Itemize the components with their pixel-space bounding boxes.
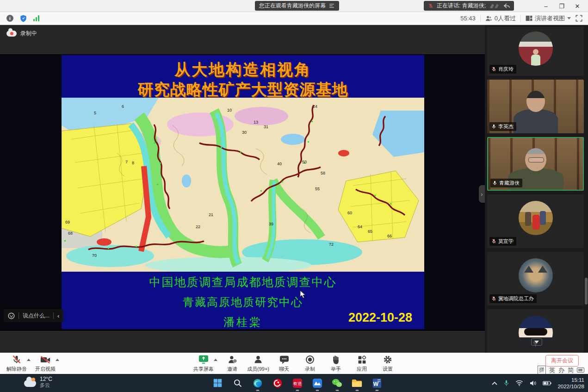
leave-meeting-button[interactable]: 离开会议 [545, 355, 579, 367]
quick-chat-bar[interactable]: 说点什么... ‹ [4, 309, 63, 322]
watching-screen-banner: 您正在观看青藏游侠的屏幕 [255, 1, 339, 11]
svg-text:66: 66 [387, 234, 392, 238]
scrollbar-thumb[interactable] [585, 278, 588, 305]
record-button[interactable]: 录制 [297, 355, 323, 373]
svg-text:有道: 有道 [292, 381, 301, 386]
maximize-button[interactable]: ❐ [554, 0, 569, 12]
muted-mic-icon [428, 3, 433, 9]
start-video-button[interactable]: 开启视频 [32, 355, 58, 373]
raise-hand-button[interactable]: 举手 [323, 355, 349, 373]
weather-widget[interactable]: 12°C 多云 [24, 376, 52, 388]
svg-text:30: 30 [242, 130, 247, 135]
netease-music-icon[interactable] [272, 377, 283, 389]
record-icon [305, 355, 315, 365]
search-icon[interactable] [232, 377, 243, 389]
battery-icon[interactable] [543, 380, 551, 386]
participant-tile-4[interactable]: 莫宣学 [487, 194, 584, 248]
watching-banner-text: 您正在观看青藏游侠的屏幕 [259, 2, 326, 10]
volume-icon[interactable] [529, 380, 537, 386]
unmute-label: 解除静音 [6, 366, 27, 373]
slide-org-line1: 中国地质调查局成都地质调查中心 [62, 274, 424, 290]
ime-item[interactable]: 办 [558, 366, 564, 374]
participant-name-badge: 莫宣学 [489, 237, 516, 246]
apps-button[interactable]: 应用 [349, 355, 375, 373]
slide-date: 2022-10-28 [348, 311, 412, 325]
ime-mode-indicator[interactable]: 拼 [538, 366, 546, 374]
reaction-hands-icon[interactable] [489, 3, 500, 9]
share-screen-icon [198, 355, 209, 365]
sidebar-collapse-handle[interactable]: › [479, 185, 485, 203]
share-screen-button[interactable]: 共享屏幕 [191, 355, 217, 373]
window-controls: – ❐ ✕ [538, 0, 585, 12]
view-mode-selector[interactable]: 演讲者视图 [526, 14, 571, 23]
svg-text:10: 10 [227, 108, 232, 112]
video-options-chevron[interactable] [56, 359, 59, 361]
invite-icon [228, 355, 237, 365]
participant-name: 冀地调院总工办 [498, 295, 534, 302]
weather-cloud-icon [24, 380, 36, 387]
edge-browser-icon[interactable] [252, 377, 263, 389]
tray-expand-chevron[interactable] [492, 381, 497, 385]
collapse-chat-icon[interactable]: ‹ [57, 312, 59, 319]
taskbar-clock[interactable]: 15:11 2022/10/28 [557, 377, 584, 390]
speaking-banner: 正在讲话: 青藏游侠; [424, 1, 514, 11]
participant-tile-6[interactable] [487, 309, 584, 353]
participant-avatar [519, 258, 553, 292]
chat-input-placeholder[interactable]: 说点什么... [23, 312, 50, 320]
network-signal-icon[interactable] [33, 15, 39, 21]
recording-label: 录制中 [20, 30, 37, 37]
ime-toolbar[interactable]: 拼 英 办 简 [538, 366, 584, 374]
svg-text:68: 68 [68, 231, 73, 236]
wechat-icon[interactable] [331, 377, 343, 389]
participant-tile-5[interactable]: 冀地调院总工办 [487, 252, 584, 305]
fullscreen-icon[interactable] [576, 15, 582, 22]
voov-meeting-icon[interactable] [311, 377, 323, 389]
share-options-chevron[interactable] [214, 359, 217, 361]
chat-button[interactable]: 聊天 [271, 355, 297, 373]
wifi-icon[interactable] [515, 380, 523, 386]
emoji-icon[interactable] [8, 312, 15, 319]
chevron-down-icon [534, 341, 539, 343]
shared-screen-area: 录制中 从大地构造相视角 研究战略性矿产大型资源基地 [0, 25, 485, 353]
presentation-slide: 从大地构造相视角 研究战略性矿产大型资源基地 [62, 55, 424, 329]
participant-name-badge: 冀地调院总工办 [489, 294, 537, 303]
participant-name: 肖庆玲 [498, 66, 514, 73]
word-icon[interactable]: W [371, 377, 383, 389]
members-button[interactable]: 成员(99+) [245, 355, 271, 373]
reply-arrow-icon[interactable] [503, 3, 510, 9]
start-button[interactable] [212, 377, 223, 389]
invite-button[interactable]: 邀请 [219, 355, 245, 373]
title-bar: 您正在观看青藏游侠的屏幕 正在讲话: 青藏游侠; – ❐ ✕ [0, 0, 588, 12]
svg-text:60: 60 [347, 211, 352, 215]
tray-mic-icon[interactable] [503, 380, 509, 387]
youdao-dict-icon[interactable]: 有道 [291, 377, 303, 389]
ime-english-toggle[interactable]: 英 [549, 366, 555, 374]
apps-icon [358, 355, 366, 365]
record-label: 录制 [305, 366, 315, 373]
mic-options-chevron[interactable] [27, 359, 31, 361]
participant-tile-2[interactable]: 李英杰 [487, 80, 584, 133]
sidebar-scrollbar[interactable] [585, 25, 588, 353]
file-explorer-icon[interactable] [351, 377, 363, 389]
participant-name: 青藏游侠 [499, 180, 520, 187]
svg-text:24: 24 [313, 104, 317, 109]
participant-name-badge: 肖庆玲 [489, 65, 516, 74]
chat-label: 聊天 [279, 366, 289, 373]
settings-button[interactable]: 设置 [375, 355, 401, 373]
close-button[interactable]: ✕ [569, 0, 585, 12]
unmute-button[interactable]: 解除静音 [4, 355, 30, 373]
collapse-videos-button[interactable] [531, 338, 542, 346]
minimize-button[interactable]: – [538, 0, 554, 12]
participant-tile-1[interactable]: 肖庆玲 [487, 27, 584, 76]
participant-tile-3[interactable]: 青藏游侠 [487, 137, 584, 191]
ime-keyboard-icon[interactable] [577, 367, 584, 373]
annotation-menu-icon[interactable] [329, 3, 335, 8]
participant-name-badge: 李英杰 [489, 122, 516, 131]
meeting-info-icon[interactable]: i [6, 15, 13, 22]
clock-time: 15:11 [557, 377, 584, 383]
security-shield-icon[interactable] [20, 15, 27, 22]
chat-icon [279, 355, 289, 365]
viewers-count[interactable]: 0人看过 [485, 14, 516, 23]
svg-text:70: 70 [92, 253, 97, 258]
ime-simplified-toggle[interactable]: 简 [568, 366, 574, 374]
